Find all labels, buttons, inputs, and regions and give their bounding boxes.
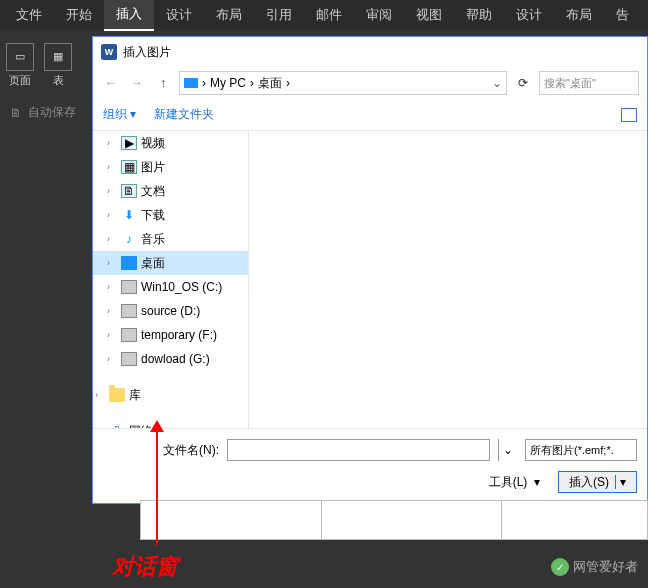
ribbon-tab[interactable]: 引用 [254,0,304,30]
chevron-right-icon: › [250,76,254,90]
filename-drop-icon[interactable]: ⌄ [498,439,517,461]
chevron-down-icon: ▾ [130,107,136,121]
dialog-title-text: 插入图片 [123,44,171,61]
chevron-right-icon[interactable]: › [107,330,117,340]
panel-page[interactable]: ▭ 页面 [6,43,34,88]
search-input[interactable]: 搜索"桌面" [539,71,639,95]
tree-item[interactable]: ›桌面 [93,251,248,275]
tree-item-label: 视频 [141,135,165,152]
chevron-right-icon[interactable]: › [107,306,117,316]
ribbon-tab[interactable]: 文件 [4,0,54,30]
chevron-right-icon[interactable]: › [95,390,105,400]
tree-item[interactable]: ›▶视频 [93,131,248,155]
tree-item-label: source (D:) [141,304,200,318]
watermark-text: 网管爱好者 [573,558,638,576]
view-options-icon[interactable] [621,108,637,122]
tools-button[interactable]: 工具(L) ▾ [479,471,550,493]
tree-item[interactable]: ›temporary (F:) [93,323,248,347]
insert-button[interactable]: 插入(S)▾ [558,471,637,493]
tree-item[interactable]: ›库 [93,383,248,407]
pc-icon [184,78,198,88]
chevron-right-icon: › [286,76,290,90]
breadcrumb[interactable]: › My PC › 桌面 › ⌄ [179,71,507,95]
annotation-text: 对话窗 [112,552,178,582]
chevron-right-icon[interactable]: › [107,210,117,220]
dialog-titlebar: W 插入图片 [93,37,647,67]
insert-picture-dialog: W 插入图片 ← → ↑ › My PC › 桌面 › ⌄ ⟳ 搜索"桌面" 组… [92,36,648,504]
table-label: 表 [53,73,64,88]
ribbon-tab[interactable]: 插入 [104,0,154,31]
ribbon-tab[interactable]: 布局 [554,0,604,30]
chevron-right-icon[interactable]: › [107,186,117,196]
autosave-label: 自动保存 [28,104,76,121]
tree-item-label: 音乐 [141,231,165,248]
breadcrumb-drop-icon[interactable]: ⌄ [492,76,502,90]
tree-item-label: 文档 [141,183,165,200]
chevron-right-icon[interactable]: › [107,354,117,364]
tree-item[interactable]: ›🖧网络 [93,419,248,428]
doc-icon: 🗎 [10,106,22,120]
ribbon-tab[interactable]: 开始 [54,0,104,30]
refresh-icon[interactable]: ⟳ [513,73,533,93]
chevron-right-icon[interactable]: › [95,426,105,428]
file-list[interactable] [249,131,647,428]
tree-item-label: 下载 [141,207,165,224]
chevron-right-icon[interactable]: › [107,258,117,268]
tree-item[interactable]: ›🗎文档 [93,179,248,203]
page-icon: ▭ [6,43,34,71]
chevron-right-icon[interactable]: › [107,234,117,244]
ribbon-tab[interactable]: 审阅 [354,0,404,30]
tree-item-label: 库 [129,387,141,404]
file-type-filter[interactable]: 所有图片(*.emf;*. [525,439,637,461]
nav-forward-icon[interactable]: → [127,73,147,93]
ribbon-tab[interactable]: 布局 [204,0,254,30]
organize-button[interactable]: 组织 ▾ [103,106,136,123]
crumb-mypc[interactable]: My PC [210,76,246,90]
table-icon: ▦ [44,43,72,71]
ribbon-tab[interactable]: 视图 [404,0,454,30]
dialog-toolbar: 组织 ▾ 新建文件夹 [93,99,647,131]
ribbon-tab[interactable]: 帮助 [454,0,504,30]
tree-item[interactable]: ›Win10_OS (C:) [93,275,248,299]
nav-up-icon[interactable]: ↑ [153,73,173,93]
document-table [140,500,648,540]
panel-table[interactable]: ▦ 表 [44,43,72,88]
tree-item[interactable]: ›♪音乐 [93,227,248,251]
new-folder-button[interactable]: 新建文件夹 [154,106,214,123]
insert-drop-icon[interactable]: ▾ [615,475,626,489]
ribbon-tabs: 文件开始插入设计布局引用邮件审阅视图帮助设计布局告 [0,0,648,30]
tree-item-label: temporary (F:) [141,328,217,342]
ribbon-tab[interactable]: 邮件 [304,0,354,30]
tree-item[interactable]: ›▦图片 [93,155,248,179]
tree-item-label: 桌面 [141,255,165,272]
watermark: ✓ 网管爱好者 [551,558,638,576]
filename-label: 文件名(N): [163,442,219,459]
nav-bar: ← → ↑ › My PC › 桌面 › ⌄ ⟳ 搜索"桌面" [93,67,647,99]
chevron-right-icon[interactable]: › [107,138,117,148]
tree-item-label: Win10_OS (C:) [141,280,222,294]
tree-item-label: dowload (G:) [141,352,210,366]
wechat-icon: ✓ [551,558,569,576]
ribbon-tab[interactable]: 设计 [154,0,204,30]
tree-item[interactable]: ›source (D:) [93,299,248,323]
ribbon-tab[interactable]: 告 [604,0,641,30]
word-icon: W [101,44,117,60]
ribbon-tab[interactable]: 设计 [504,0,554,30]
tree-item[interactable]: ›dowload (G:) [93,347,248,371]
nav-back-icon[interactable]: ← [101,73,121,93]
tree-item-label: 图片 [141,159,165,176]
tree-item[interactable]: ›⬇下载 [93,203,248,227]
crumb-desktop[interactable]: 桌面 [258,75,282,92]
dialog-footer: 文件名(N): ⌄ 所有图片(*.emf;*. 工具(L) ▾ 插入(S)▾ [93,428,647,503]
chevron-right-icon[interactable]: › [107,282,117,292]
page-label: 页面 [9,73,31,88]
filename-input[interactable] [227,439,490,461]
annotation-arrow [156,425,158,545]
chevron-right-icon[interactable]: › [107,162,117,172]
folder-tree[interactable]: ›▶视频›▦图片›🗎文档›⬇下载›♪音乐›桌面›Win10_OS (C:)›so… [93,131,249,428]
dialog-body: ›▶视频›▦图片›🗎文档›⬇下载›♪音乐›桌面›Win10_OS (C:)›so… [93,131,647,428]
chevron-right-icon: › [202,76,206,90]
